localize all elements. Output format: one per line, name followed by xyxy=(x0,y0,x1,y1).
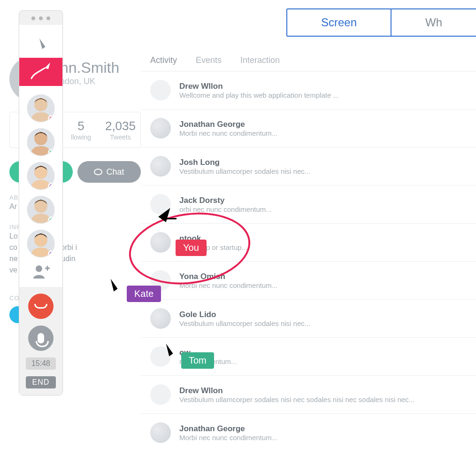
cursor-label-you: You xyxy=(176,240,207,256)
feed-name: Josh Long xyxy=(179,158,310,167)
feed-avatar xyxy=(150,156,171,177)
tab-activity[interactable]: Activity xyxy=(150,55,177,65)
add-participant-button[interactable] xyxy=(30,261,52,283)
feed-avatar xyxy=(150,118,171,139)
participant-avatar[interactable] xyxy=(27,94,54,122)
feed-text: Vestibulum ullamcorper sodales nisi nec.… xyxy=(179,319,310,327)
window-dot-icon xyxy=(39,16,43,20)
call-timer: 15:48 xyxy=(26,357,56,370)
draw-tool[interactable] xyxy=(19,58,62,86)
feed-text: Wellcome and play this web application t… xyxy=(179,91,339,99)
feed-text: orbi nec nunc condimentum... xyxy=(179,205,272,213)
status-dot-icon xyxy=(48,183,54,189)
end-button[interactable]: END xyxy=(26,376,56,388)
chat-label: Chat xyxy=(106,167,124,177)
feed-name: Jack Dorsty xyxy=(179,196,272,205)
cursor-label-kate: Kate xyxy=(127,286,161,302)
feed-text: Vestibulum ullamcorper sodales nisi nec.… xyxy=(179,167,310,175)
hang-up-button[interactable] xyxy=(28,294,54,319)
pen-cursor-icon xyxy=(161,207,180,225)
tab-other[interactable]: Wh xyxy=(391,9,476,36)
microphone-icon xyxy=(38,333,44,343)
feed-name: Jonathan George xyxy=(179,424,277,434)
following-label: llowing xyxy=(71,133,91,141)
pointer-tool[interactable] xyxy=(19,30,62,58)
feed-text: Morbi nec nunc condimentum... xyxy=(179,129,277,137)
participant-avatar[interactable] xyxy=(27,196,54,223)
window-controls[interactable] xyxy=(31,11,50,25)
add-user-icon xyxy=(31,263,50,281)
tweets-count: 2,035 xyxy=(105,119,136,133)
feed-avatar xyxy=(150,80,171,101)
status-dot-icon xyxy=(48,149,54,155)
feed-name: Drew Wllon xyxy=(179,82,339,91)
feed-item[interactable]: Jonathan GeorgeMorbi nec nunc condimentu… xyxy=(141,414,476,450)
tab-screen[interactable]: Screen xyxy=(287,9,391,36)
participant-avatar[interactable] xyxy=(27,128,54,155)
feed-avatar xyxy=(150,422,171,443)
feed-item[interactable]: Gole LidoVestibulum ullamcorper sodales … xyxy=(141,300,476,338)
feed-name: Gole Lido xyxy=(179,310,310,319)
collab-panel: 15:48 END xyxy=(19,10,63,396)
feed-avatar xyxy=(150,308,171,329)
window-dot-icon xyxy=(31,16,35,20)
feed-item[interactable]: Jonathan GeorgeMorbi nec nunc condimentu… xyxy=(141,109,476,147)
phone-icon xyxy=(34,304,47,309)
mute-button[interactable] xyxy=(28,326,54,351)
participant-avatar[interactable] xyxy=(27,162,54,189)
profile-name: hn.Smith xyxy=(60,59,119,77)
feed-item[interactable]: Drew WllonVestibulum ullamcorper sodales… xyxy=(141,376,476,414)
chat-icon xyxy=(94,169,102,175)
pen-icon xyxy=(19,58,62,86)
pointer-icon xyxy=(36,39,45,49)
feed-item[interactable]: Josh LongVestibulum ullamcorper sodales … xyxy=(141,147,476,186)
status-dot-icon xyxy=(48,115,54,122)
view-switch: Screen Wh xyxy=(286,8,476,37)
svg-point-10 xyxy=(36,265,42,272)
chat-button[interactable]: Chat xyxy=(77,161,141,183)
feed-item[interactable]: Drew WllonWellcome and play this web app… xyxy=(141,71,476,109)
tweets-label: Tweets xyxy=(105,133,136,141)
profile-location: ndon, UK xyxy=(60,77,119,86)
tab-events[interactable]: Events xyxy=(196,55,222,65)
activity-tabs: Activity Events Interaction xyxy=(141,52,476,71)
feed-text: Morbi nec nunc condimentum... xyxy=(179,434,277,442)
tab-interaction[interactable]: Interaction xyxy=(240,55,280,65)
feed-text: Vestibulum ullamcorper sodales nisi nec … xyxy=(179,396,415,403)
status-dot-icon xyxy=(48,250,54,257)
participants-list xyxy=(19,91,62,261)
window-dot-icon xyxy=(46,16,50,20)
feed-name: Jonathan George xyxy=(179,120,277,129)
cursor-label-tom: Tom xyxy=(181,352,214,369)
status-dot-icon xyxy=(48,217,54,223)
feed-avatar xyxy=(150,384,171,405)
following-count: 5 xyxy=(71,119,91,133)
participant-avatar[interactable] xyxy=(27,230,54,257)
feed-name: Drew Wllon xyxy=(179,386,415,396)
